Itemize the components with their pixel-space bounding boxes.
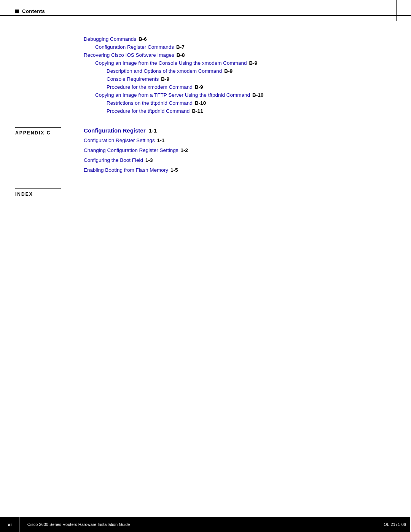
toc-link-config-reg-commands[interactable]: Configuration Register Commands: [95, 44, 174, 50]
index-label-line: [15, 189, 61, 189]
toc-page-config-reg-commands: B-7: [176, 44, 185, 50]
toc-page-description-options: B-9: [224, 68, 233, 74]
appendix-page-boot-field: 1-3: [145, 157, 153, 163]
appendix-c-title[interactable]: Configuration Register: [84, 127, 146, 134]
header-title: Contents: [22, 8, 45, 14]
page-footer: vi Cisco 2600 Series Routers Hardware In…: [0, 517, 411, 532]
toc-page-debugging-commands: B-6: [139, 36, 147, 42]
index-label: INDEX: [15, 192, 33, 197]
appendix-entry-changing-config: Changing Configuration Register Settings…: [84, 147, 396, 153]
toc-link-copying-tftp[interactable]: Copying an Image from a TFTP Server Usin…: [95, 92, 250, 98]
main-content: Debugging Commands B-6 Configuration Reg…: [0, 17, 411, 532]
index-label-col: INDEX: [15, 189, 84, 197]
appendix-entry-boot-field: Configuring the Boot Field 1-3: [84, 157, 396, 163]
page-header: Contents: [0, 0, 411, 17]
appendix-link-changing-config[interactable]: Changing Configuration Register Settings: [84, 147, 178, 153]
appendix-c-entries: Configuration Register Settings 1-1 Chan…: [84, 137, 396, 175]
toc-link-restrictions-tftp[interactable]: Restrictions on the tftpdnld Command: [107, 100, 193, 106]
appendix-c-content: Configuration Register 1-1 Configuration…: [84, 127, 396, 175]
appendix-link-boot-field[interactable]: Configuring the Boot Field: [84, 157, 143, 163]
toc-link-description-options[interactable]: Description and Options of the xmodem Co…: [107, 68, 222, 74]
toc-page-console-req: B-9: [161, 76, 169, 82]
toc-page-copying-tftp: B-10: [252, 92, 263, 98]
header-square-icon: [15, 10, 19, 13]
appendix-page-flash-memory: 1-5: [170, 167, 178, 173]
toc-page-copying-xmodem: B-9: [249, 60, 257, 66]
appendix-link-config-reg-settings[interactable]: Configuration Register Settings: [84, 137, 155, 143]
appendix-label-line: [15, 127, 61, 128]
toc-entry-console-req: Console Requirements B-9: [107, 76, 396, 82]
toc-page-recovering-ios: B-8: [177, 52, 185, 58]
appendix-link-flash-memory[interactable]: Enabling Booting from Flash Memory: [84, 167, 168, 173]
toc-link-recovering-ios[interactable]: Recovering Cisco IOS Software Images: [84, 52, 174, 58]
toc-link-copying-xmodem[interactable]: Copying an Image from the Console Using …: [95, 60, 247, 66]
toc-entry-description-options: Description and Options of the xmodem Co…: [107, 68, 396, 74]
toc-page-procedure-tftp: B-11: [192, 108, 203, 114]
toc-entry-restrictions-tftp: Restrictions on the tftpdnld Command B-1…: [107, 100, 396, 106]
footer-doc-title: Cisco 2600 Series Routers Hardware Insta…: [20, 522, 130, 527]
appendix-c-title-page: 1-1: [149, 127, 157, 134]
toc-page-procedure-xmodem: B-9: [195, 84, 203, 90]
footer-left: vi Cisco 2600 Series Routers Hardware In…: [0, 517, 130, 532]
toc-link-procedure-xmodem[interactable]: Procedure for the xmodem Command: [107, 84, 193, 90]
appendix-page-changing-config: 1-2: [180, 147, 188, 153]
toc-entry-debugging-commands: Debugging Commands B-6: [84, 36, 396, 42]
page-container: Contents Debugging Commands B-6 Configur…: [0, 0, 411, 532]
appendix-c-label: APPENDIX C: [15, 129, 51, 136]
footer-doc-number: OL-2171-06: [384, 522, 410, 527]
toc-link-debugging-commands[interactable]: Debugging Commands: [84, 36, 136, 42]
appendix-c-section: APPENDIX C Configuration Register 1-1 Co…: [15, 127, 396, 175]
toc-entry-config-reg-commands: Configuration Register Commands B-7: [95, 44, 396, 50]
footer-page-number: vi: [0, 517, 20, 532]
appendix-entry-config-reg-settings: Configuration Register Settings 1-1: [84, 137, 396, 143]
appendix-entry-flash-memory: Enabling Booting from Flash Memory 1-5: [84, 167, 396, 173]
toc-entry-copying-xmodem: Copying an Image from the Console Using …: [95, 60, 396, 66]
toc-page-restrictions-tftp: B-10: [195, 100, 206, 106]
toc-entry-recovering-ios: Recovering Cisco IOS Software Images B-8: [84, 52, 396, 58]
toc-entry-procedure-xmodem: Procedure for the xmodem Command B-9: [107, 84, 396, 90]
toc-link-procedure-tftp[interactable]: Procedure for the tftpdnld Command: [107, 108, 190, 114]
appendix-page-config-reg-settings: 1-1: [157, 137, 165, 143]
toc-entry-copying-tftp: Copying an Image from a TFTP Server Usin…: [95, 92, 396, 98]
appendix-c-title-row: Configuration Register 1-1: [84, 127, 396, 134]
footer-right: OL-2171-06: [384, 517, 411, 532]
appendix-c-label-col: APPENDIX C: [15, 127, 84, 136]
index-section: INDEX: [15, 189, 396, 197]
toc-link-console-req[interactable]: Console Requirements: [107, 76, 159, 82]
toc-entry-procedure-tftp: Procedure for the tftpdnld Command B-11: [107, 108, 396, 114]
toc-section: Debugging Commands B-6 Configuration Reg…: [84, 36, 396, 114]
